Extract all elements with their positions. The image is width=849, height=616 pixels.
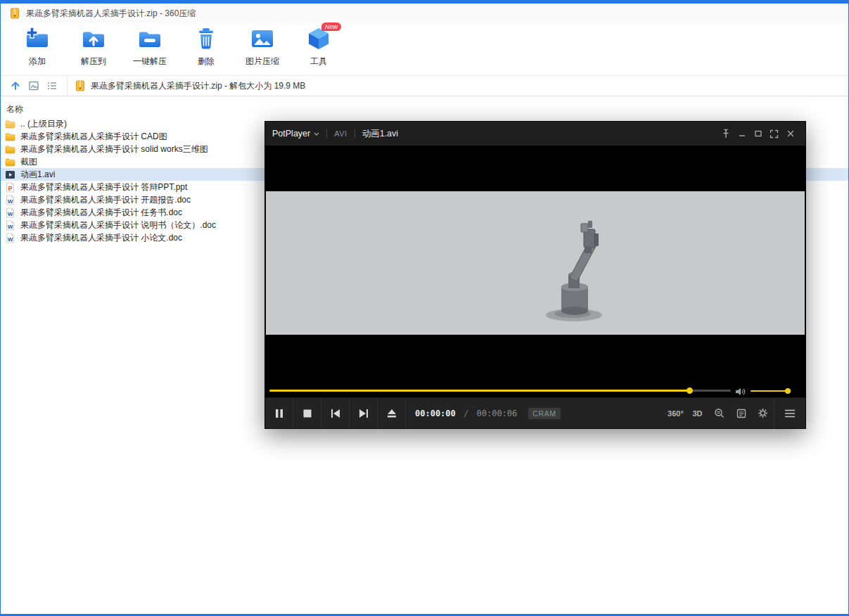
up-level-button[interactable] [6,77,25,94]
tool-label: 一键解压 [133,56,167,68]
avi-file-icon [5,169,15,180]
tool-label: 删除 [198,56,215,68]
file-name: 果蔬多臂采摘机器人采摘手设计 答辩PPT.ppt [20,181,187,193]
one-click-extract-icon [137,27,162,53]
file-name: 果蔬多臂采摘机器人采摘手设计 任务书.doc [20,207,182,219]
zip-file-icon [9,8,20,19]
time-separator: / [464,409,468,418]
image-compress-icon [250,27,275,53]
close-icon[interactable] [782,126,798,142]
trash-icon [193,27,219,53]
folder-icon [5,144,15,155]
svg-text:W: W [8,198,13,204]
playback-time: 00:00:00 / 00:00:06 [415,409,517,418]
one-click-extract-button[interactable]: 一键解压 [122,23,178,68]
codec-badge: CRAM [528,408,560,419]
file-name: 果蔬多臂采摘机器人采摘手设计 solid works三维图 [20,143,208,155]
player-app-name: PotPlayer [272,129,310,139]
player-window-buttons [717,126,798,142]
potplayer-window: PotPlayer AVI 动画1.avi [264,121,806,429]
video-frame [266,191,805,335]
svg-text:W: W [8,223,13,229]
file-name: 果蔬多臂采摘机器人采摘手设计 说明书（论文）.doc [20,219,216,231]
file-name: .. (上级目录) [20,118,67,130]
file-name: 果蔬多臂采摘机器人采摘手设计 CAD图 [20,131,167,143]
tool-label: 添加 [29,56,46,68]
add-button[interactable]: 添加 [9,23,65,68]
column-header-name[interactable]: 名称 [1,102,848,116]
doc-file-icon: W [5,220,15,231]
tool-label: 解压到 [81,56,106,68]
video-area[interactable] [265,146,805,373]
file-name: 截图 [20,156,37,168]
vr-360-button[interactable]: 360° [665,398,687,428]
thumbnail-view-button[interactable] [25,77,43,94]
doc-file-icon: W [5,233,15,243]
new-badge: New [321,23,341,31]
scene-search-icon[interactable] [708,398,730,428]
hamburger-menu-icon[interactable] [774,398,805,428]
folder-icon [5,157,15,167]
seek-bar-filled [269,390,689,392]
eject-button[interactable] [378,398,406,428]
player-controls: 00:00:00 / 00:00:06 CRAM 360° 3D [265,397,805,428]
time-current: 00:00:00 [415,409,456,418]
tool-label: 图片压缩 [245,56,279,68]
extract-to-button[interactable]: 解压到 [65,23,122,68]
svg-text:P: P [8,184,13,191]
format-badge: AVI [334,129,347,138]
app-titlebar[interactable]: 果蔬多臂采摘机器人采摘手设计.zip - 360压缩 [1,4,848,23]
potplayer-menu-button[interactable]: PotPlayer [272,129,319,139]
settings-gear-icon[interactable] [752,398,774,428]
window-title: 果蔬多臂采摘机器人采摘手设计.zip - 360压缩 [26,8,196,20]
minimize-icon[interactable] [734,126,750,142]
titlebar-divider [355,129,355,138]
pause-button[interactable] [265,398,293,428]
svg-text:W: W [8,210,13,217]
image-compress-button[interactable]: 图片压缩 [234,23,291,68]
robot-arm-model [533,219,618,325]
folder-up-icon [5,119,15,129]
player-right-controls: 360° 3D [665,398,805,428]
address-bar: 果蔬多臂采摘机器人采摘手设计.zip - 解包大小为 19.9 MB [1,75,848,96]
folder-icon [5,131,15,142]
volume-filled [751,390,788,392]
seek-bar[interactable] [269,390,731,392]
seek-bar-knob[interactable] [687,387,693,394]
main-toolbar: 添加 解压到 一键解压 [1,23,848,75]
doc-file-icon: W [5,207,15,218]
file-name: 果蔬多臂采摘机器人采摘手设计 小论文.doc [20,232,182,244]
maximize-icon[interactable] [750,126,766,142]
fullscreen-icon[interactable] [766,126,782,142]
delete-button[interactable]: 删除 [178,23,234,68]
app-window: 果蔬多臂采摘机器人采摘手设计.zip - 360压缩 添加 解压到 [0,0,849,616]
stop-button[interactable] [293,398,321,428]
list-view-button[interactable] [43,77,61,94]
playlist-icon[interactable] [730,398,752,428]
volume-knob[interactable] [785,388,791,394]
previous-button[interactable] [321,398,350,428]
file-name: 动画1.avi [20,169,55,181]
volume-bar[interactable] [751,390,791,392]
next-button[interactable] [350,398,378,428]
seek-row [265,374,805,397]
chevron-down-icon [314,132,319,136]
3d-button[interactable]: 3D [687,398,708,428]
tool-label: 工具 [310,56,327,68]
archive-path-text: 果蔬多臂采摘机器人采摘手设计.zip - 解包大小为 19.9 MB [91,80,305,92]
tools-button[interactable]: New 工具 [291,23,347,68]
media-title: 动画1.avi [362,128,398,140]
svg-text:W: W [8,236,13,242]
ppt-file-icon: P [5,182,15,193]
zip-file-icon [75,80,86,91]
player-titlebar[interactable]: PotPlayer AVI 动画1.avi [265,122,805,146]
archive-path[interactable]: 果蔬多臂采摘机器人采摘手设计.zip - 解包大小为 19.9 MB [67,76,843,96]
always-on-top-pin-icon[interactable] [717,126,734,142]
time-total: 00:00:06 [477,409,518,418]
doc-file-icon: W [5,195,15,205]
titlebar-divider [326,129,327,138]
add-folder-icon [25,27,50,53]
extract-to-icon [81,27,106,53]
file-name: 果蔬多臂采摘机器人采摘手设计 开题报告.doc [20,194,191,206]
